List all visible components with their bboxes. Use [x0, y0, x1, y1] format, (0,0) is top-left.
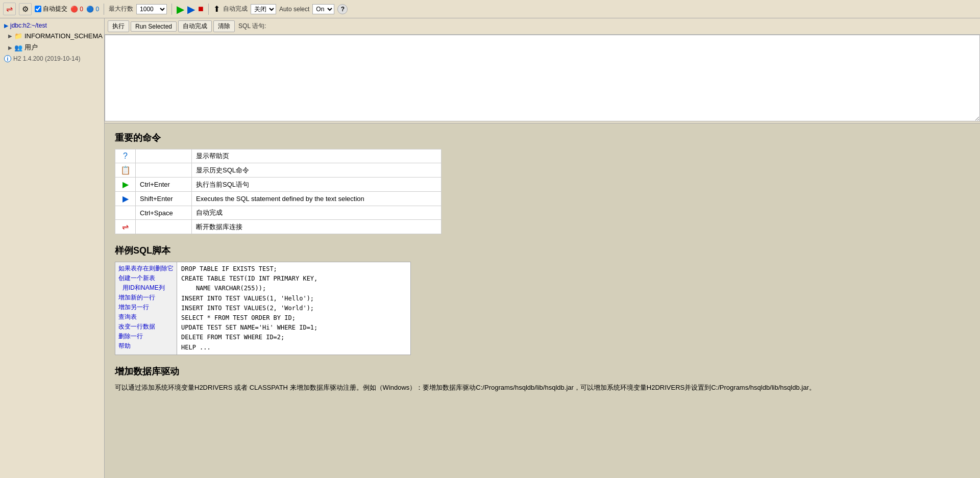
info-icon: i: [4, 55, 11, 62]
sql-link-1[interactable]: 创建一个新表: [118, 274, 174, 283]
runsel-cmd-icon: ▶: [122, 194, 129, 203]
table-row: ⇌ 断开数据库连接: [115, 220, 442, 234]
table-row: ? 显示帮助页: [115, 149, 442, 163]
max-rows-select[interactable]: 1000 100 500 10000: [136, 4, 167, 14]
sql-link-5[interactable]: 查询表: [118, 313, 174, 321]
history-cmd-icon: 📋: [120, 166, 131, 174]
run-toolbar-btn[interactable]: ▶: [177, 3, 184, 15]
help-cmd-icon: ?: [123, 152, 128, 160]
version-label: H2 1.4.200 (2019-10-14): [13, 55, 80, 62]
cmd-desc-runsel: Executes the SQL statement defined by th…: [192, 192, 442, 206]
disconnect-cmd-icon: ⇌: [122, 222, 129, 231]
separator2: [172, 4, 172, 15]
commands-table: ? 显示帮助页 📋 显示历史SQL命令 ▶ Ctrl+Enter 执行当前SQL…: [115, 149, 442, 234]
auto-select-select[interactable]: On Off: [312, 4, 334, 14]
auto-complete-select[interactable]: 关闭 开启: [251, 4, 276, 14]
cmd-shortcut-run: Ctrl+Enter: [136, 178, 192, 192]
table-row: 📋 显示历史SQL命令: [115, 163, 442, 178]
expand-icon2: ▶: [8, 45, 12, 51]
disconnect-toolbar-btn[interactable]: ⇌: [3, 3, 16, 15]
sidebar: ▶ jdbc:h2:~/test ▶ 📁 INFORMATION_SCHEMA …: [0, 18, 105, 478]
driver-section-text: 可以通过添加系统环境变量H2DRIVERS 或者 CLASSPATH 来增加数据…: [115, 383, 829, 393]
sql-link-4[interactable]: 增加另一行: [118, 303, 174, 312]
preferences-toolbar-btn[interactable]: ⚙: [19, 3, 32, 15]
sample-sql-code: DROP TABLE IF EXISTS TEST; CREATE TABLE …: [177, 262, 322, 355]
help-icon: ?: [341, 6, 345, 13]
counter1: 🔴 0: [70, 6, 83, 13]
disconnect-icon: ⇌: [6, 4, 13, 14]
separator1: [104, 4, 104, 15]
content-panel: 执行 Run Selected 自动完成 清除 SQL 语句: 重要的命令 ? …: [105, 18, 980, 478]
stop-icon: ■: [198, 4, 204, 14]
cmd-desc-run: 执行当前SQL语句: [192, 178, 442, 192]
help-toolbar-btn[interactable]: ?: [337, 4, 348, 14]
cmd-desc-disconnect: 断开数据库连接: [192, 220, 442, 234]
sql-link-6[interactable]: 改变一行数据: [118, 322, 174, 331]
export-icon: ⬆: [213, 4, 220, 14]
run-selected-toolbar-btn[interactable]: ▶: [187, 3, 195, 15]
auto-complete-toolbar-label: 自动完成: [223, 5, 248, 13]
auto-select-toolbar-label: Auto select: [279, 6, 309, 13]
sql-editor[interactable]: [105, 35, 980, 121]
folder-icon: 📁: [14, 32, 22, 40]
sidebar-connection[interactable]: ▶ jdbc:h2:~/test: [0, 20, 104, 31]
sample-sql-box: 如果表存在则删除它 创建一个新表 用ID和NAME列 增加新的一行 增加另一行 …: [115, 262, 411, 355]
auto-complete-btn[interactable]: 自动完成: [178, 20, 212, 32]
sample-sql-title: 样例SQL脚本: [115, 244, 970, 257]
auto-commit-label[interactable]: 自动提交: [35, 5, 67, 13]
sidebar-item-information-schema[interactable]: ▶ 📁 INFORMATION_SCHEMA: [0, 31, 104, 41]
connection-label: jdbc:h2:~/test: [10, 22, 47, 29]
run-cmd-icon: ▶: [122, 180, 129, 189]
information-schema-label: INFORMATION_SCHEMA: [24, 32, 103, 40]
sidebar-item-users[interactable]: ▶ 👥 用户: [0, 41, 104, 54]
export-toolbar-btn[interactable]: ⬆: [213, 4, 220, 14]
sql-label: SQL 语句:: [238, 22, 266, 31]
sql-link-2[interactable]: 用ID和NAME列: [118, 284, 174, 292]
table-row: ▶ Ctrl+Enter 执行当前SQL语句: [115, 178, 442, 192]
sidebar-item-version: i H2 1.4.200 (2019-10-14): [0, 54, 104, 64]
sql-link-8[interactable]: 帮助: [118, 342, 174, 350]
main-layout: ▶ jdbc:h2:~/test ▶ 📁 INFORMATION_SCHEMA …: [0, 18, 980, 478]
important-commands-title: 重要的命令: [115, 132, 970, 144]
stop-toolbar-btn[interactable]: ■: [198, 4, 204, 14]
gear-icon: ⚙: [22, 5, 29, 14]
sample-sql-links: 如果表存在则删除它 创建一个新表 用ID和NAME列 增加新的一行 增加另一行 …: [115, 262, 177, 355]
auto-commit-checkbox[interactable]: [35, 6, 41, 12]
table-row: Ctrl+Space 自动完成: [115, 206, 442, 220]
sql-toolbar: 执行 Run Selected 自动完成 清除 SQL 语句:: [105, 18, 980, 35]
clear-btn[interactable]: 清除: [213, 20, 235, 32]
sql-link-3[interactable]: 增加新的一行: [118, 293, 174, 302]
main-toolbar: ⇌ ⚙ 自动提交 🔴 0 🔵 0 最大行数 1000 100 500 10000…: [0, 0, 980, 18]
sql-link-7[interactable]: 删除一行: [118, 332, 174, 341]
separator3: [208, 4, 209, 15]
content-body: 重要的命令 ? 显示帮助页 📋 显示历史SQL命令 ▶ C: [105, 123, 980, 401]
run-icon: ▶: [177, 3, 184, 15]
sql-link-0[interactable]: 如果表存在则删除它: [118, 264, 174, 273]
users-label: 用户: [24, 43, 38, 52]
cmd-desc-autocomplete: 自动完成: [192, 206, 442, 220]
connection-icon: ▶: [4, 22, 8, 29]
table-row: ▶ Shift+Enter Executes the SQL statement…: [115, 192, 442, 206]
execute-btn[interactable]: 执行: [108, 20, 129, 32]
run-selected-icon: ▶: [187, 3, 195, 15]
cmd-desc-history: 显示历史SQL命令: [192, 163, 442, 178]
counter2: 🔵 0: [86, 6, 99, 13]
driver-section-title: 增加数据库驱动: [115, 365, 970, 378]
cmd-shortcut-runsel: Shift+Enter: [136, 192, 192, 206]
max-rows-label: 最大行数: [109, 5, 133, 13]
sql-area: 执行 Run Selected 自动完成 清除 SQL 语句:: [105, 18, 980, 123]
run-selected-btn[interactable]: Run Selected: [131, 21, 177, 32]
cmd-shortcut-autocomplete: Ctrl+Space: [136, 206, 192, 220]
users-icon: 👥: [14, 44, 22, 52]
expand-icon: ▶: [8, 33, 12, 39]
cmd-desc-help: 显示帮助页: [192, 149, 442, 163]
